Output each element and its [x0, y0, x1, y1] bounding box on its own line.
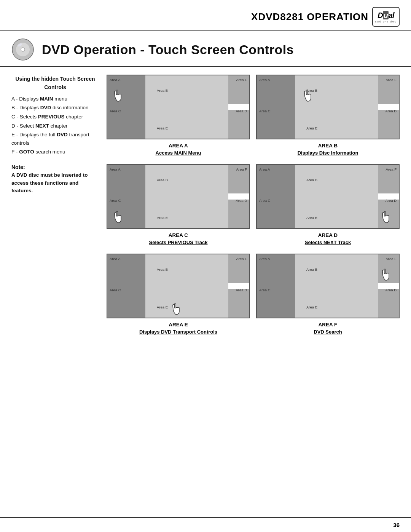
hand-cursor-d [380, 208, 397, 224]
label-area-f: Area F [386, 257, 397, 261]
label-area-b: Area B [306, 267, 317, 272]
right-panel: Area A Area F Area B Area C Area D Area … [107, 75, 400, 339]
region-bot [295, 102, 378, 139]
label-area-f: Area F [236, 78, 247, 82]
label-area-c: Area C [259, 109, 271, 113]
region-br [228, 289, 249, 318]
diagrams-row-1: Area A Area F Area B Area C Area D Area … [107, 75, 400, 157]
diagrams-row-2: Area A Area F Area B Area C Area D Area … [107, 164, 400, 246]
label-area-a: Area A [110, 257, 121, 261]
region-br [378, 110, 399, 139]
page-title: DVD Operation - Touch Screen Controls [42, 42, 294, 57]
caption-area-a: AREA A Access MAIN Menu [156, 142, 201, 157]
controls-list: A - Displays MAIN menu B - Displays DVD … [11, 95, 99, 156]
hand-cursor-a [112, 86, 129, 103]
header: XDVD8281 OPERATION Dual audio·video [0, 0, 411, 31]
note-body: A DVD disc must be inserted to access th… [11, 171, 99, 195]
dvd-disc-icon [11, 38, 34, 61]
diagram-area-f: Area A Area F Area B Area C Area D Area … [256, 254, 400, 335]
label-area-b: Area B [157, 88, 168, 93]
ts-diagram-d: Area A Area F Area B Area C Area D Area … [256, 164, 400, 229]
hand-cursor-f [380, 265, 397, 282]
label-area-d: Area D [385, 198, 397, 203]
label-area-f: Area F [236, 167, 247, 171]
list-item: A - Displays MAIN menu [11, 95, 99, 103]
region-br [228, 110, 249, 139]
label-area-c: Area C [110, 288, 121, 292]
diagram-area-b: Area A Area F Area B Area C Area D Area … [256, 75, 400, 157]
region-bl [257, 192, 295, 228]
caption-area-b: AREA B Displays Disc Information [298, 142, 358, 157]
svg-point-2 [21, 48, 25, 51]
label-area-a: Area A [259, 78, 270, 82]
label-area-c: Area C [110, 109, 121, 113]
page-title-section: DVD Operation - Touch Screen Controls [0, 31, 411, 67]
footer: 36 [0, 517, 411, 532]
label-area-e: Area E [306, 126, 317, 130]
label-area-c: Area C [259, 288, 271, 292]
list-item: F - GOTO search menu [11, 148, 99, 156]
region-bl [257, 102, 295, 139]
svg-rect-7 [384, 211, 386, 216]
label-area-f: Area F [236, 257, 247, 261]
list-item: C - Selects PREVIOUS chapter [11, 113, 99, 121]
diagrams-row-3: Area A Area F Area B Area C Area D Area … [107, 254, 400, 335]
label-area-a: Area A [259, 257, 270, 261]
dual-logo: Dual audio·video [372, 7, 400, 27]
diagram-area-d: Area A Area F Area B Area C Area D Area … [256, 164, 400, 246]
region-br [378, 289, 399, 318]
controls-section-title: Using the hidden Touch Screen Controls [11, 75, 99, 92]
label-area-a: Area A [110, 167, 121, 171]
caption-area-c: AREA C Selects PREVIOUS Track [149, 232, 208, 246]
hand-cursor-e [170, 299, 187, 316]
label-area-b: Area B [157, 267, 168, 272]
label-area-e: Area E [306, 216, 317, 220]
diagram-area-a: Area A Area F Area B Area C Area D Area … [107, 75, 250, 157]
region-bot [145, 281, 228, 318]
operation-label: OPERATION [307, 11, 368, 22]
label-area-d: Area D [385, 288, 397, 292]
ts-diagram-f: Area A Area F Area B Area C Area D Area … [256, 254, 400, 318]
svg-rect-6 [116, 211, 118, 216]
region-bot [295, 192, 378, 228]
model-name: XDVD8281 [251, 11, 304, 22]
label-area-d: Area D [236, 288, 247, 292]
region-bl [107, 281, 145, 318]
main-content: Using the hidden Touch Screen Controls A… [0, 67, 411, 347]
note-section: Note: A DVD disc must be inserted to acc… [11, 163, 99, 195]
label-area-f: Area F [386, 167, 397, 171]
label-area-e: Area E [157, 126, 168, 130]
label-area-c: Area C [110, 198, 121, 203]
list-item: E - Displays the full DVD transport cont… [11, 131, 99, 147]
svg-rect-4 [116, 90, 118, 95]
hand-cursor-b [302, 86, 319, 103]
caption-area-e: AREA E Displays DVD Transport Controls [139, 321, 217, 335]
label-area-e: Area E [157, 216, 168, 220]
svg-rect-9 [384, 269, 386, 274]
label-area-a: Area A [110, 78, 121, 82]
label-area-b: Area B [306, 178, 317, 182]
label-area-f: Area F [386, 78, 397, 82]
label-area-d: Area D [236, 109, 247, 113]
caption-area-f: AREA F DVD Search [314, 321, 342, 335]
label-area-e: Area E [306, 305, 317, 309]
header-title: XDVD8281 OPERATION [251, 11, 368, 23]
caption-area-d: AREA D Selects NEXT Track [305, 232, 351, 246]
page-number: 36 [393, 522, 400, 528]
diagram-area-c: Area A Area F Area B Area C Area D Area … [107, 164, 250, 246]
left-panel: Using the hidden Touch Screen Controls A… [11, 75, 99, 339]
label-area-d: Area D [385, 109, 397, 113]
region-bot [145, 102, 228, 139]
label-area-a: Area A [259, 167, 270, 171]
region-bot [295, 281, 378, 318]
list-item: B - Displays DVD disc information [11, 104, 99, 112]
region-br [228, 200, 249, 228]
ts-diagram-e: Area A Area F Area B Area C Area D Area … [107, 254, 250, 318]
ts-diagram-a: Area A Area F Area B Area C Area D Area … [107, 75, 250, 139]
label-area-b: Area B [157, 178, 168, 182]
list-item: D - Select NEXT chapter [11, 122, 99, 130]
svg-rect-8 [175, 303, 176, 308]
svg-rect-5 [306, 90, 307, 95]
region-bot [145, 192, 228, 228]
region-bl [107, 102, 145, 139]
